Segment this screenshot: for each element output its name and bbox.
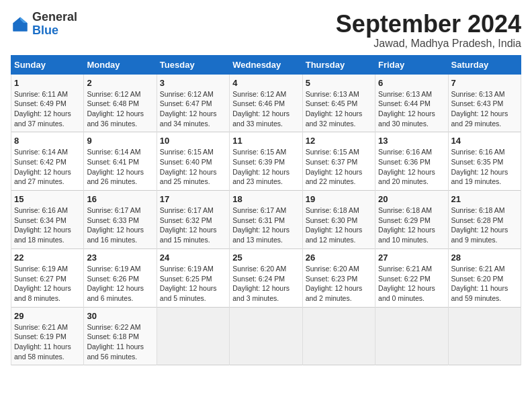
- day-number: 1: [14, 78, 81, 88]
- day-number: 13: [378, 136, 445, 146]
- day-detail: Sunrise: 6:13 AMSunset: 6:45 PMDaylight:…: [306, 89, 372, 129]
- day-number: 7: [451, 78, 518, 88]
- calendar-table: SundayMondayTuesdayWednesdayThursdayFrid…: [11, 55, 521, 366]
- day-detail: Sunrise: 6:15 AMSunset: 6:39 PMDaylight:…: [232, 147, 299, 187]
- day-detail: Sunrise: 6:16 AMSunset: 6:35 PMDaylight:…: [451, 147, 518, 187]
- day-cell: 9Sunrise: 6:14 AMSunset: 6:41 PMDaylight…: [84, 132, 157, 191]
- day-cell: 1Sunrise: 6:11 AMSunset: 6:49 PMDaylight…: [11, 74, 84, 132]
- day-detail: Sunrise: 6:21 AMSunset: 6:19 PMDaylight:…: [14, 322, 81, 362]
- day-cell: 19Sunrise: 6:18 AMSunset: 6:30 PMDayligh…: [302, 191, 375, 249]
- day-detail: Sunrise: 6:20 AMSunset: 6:24 PMDaylight:…: [232, 264, 299, 304]
- day-number: 11: [232, 136, 299, 146]
- day-cell: 27Sunrise: 6:21 AMSunset: 6:22 PMDayligh…: [375, 248, 448, 307]
- day-detail: Sunrise: 6:15 AMSunset: 6:37 PMDaylight:…: [306, 147, 372, 187]
- weekday-header-wednesday: Wednesday: [230, 55, 302, 74]
- day-number: 25: [232, 253, 299, 263]
- day-cell: 29Sunrise: 6:21 AMSunset: 6:19 PMDayligh…: [11, 307, 84, 365]
- day-cell: 23Sunrise: 6:19 AMSunset: 6:26 PMDayligh…: [84, 248, 157, 307]
- day-detail: Sunrise: 6:12 AMSunset: 6:46 PMDaylight:…: [232, 89, 299, 129]
- day-detail: Sunrise: 6:13 AMSunset: 6:43 PMDaylight:…: [451, 89, 518, 129]
- week-row-4: 22Sunrise: 6:19 AMSunset: 6:27 PMDayligh…: [11, 248, 521, 307]
- day-detail: Sunrise: 6:16 AMSunset: 6:36 PMDaylight:…: [378, 147, 445, 187]
- month-title: September 2024: [336, 11, 521, 38]
- day-cell: [157, 307, 229, 365]
- day-detail: Sunrise: 6:19 AMSunset: 6:27 PMDaylight:…: [14, 264, 81, 304]
- day-cell: 14Sunrise: 6:16 AMSunset: 6:35 PMDayligh…: [448, 132, 521, 191]
- day-detail: Sunrise: 6:17 AMSunset: 6:33 PMDaylight:…: [87, 205, 153, 245]
- day-number: 24: [160, 253, 226, 263]
- day-number: 22: [14, 253, 81, 263]
- day-detail: Sunrise: 6:21 AMSunset: 6:22 PMDaylight:…: [378, 264, 445, 304]
- day-number: 6: [378, 78, 445, 88]
- day-detail: Sunrise: 6:22 AMSunset: 6:18 PMDaylight:…: [87, 322, 153, 362]
- logo-text: General Blue: [32, 11, 77, 38]
- day-cell: 4Sunrise: 6:12 AMSunset: 6:46 PMDaylight…: [230, 74, 302, 132]
- week-row-2: 8Sunrise: 6:14 AMSunset: 6:42 PMDaylight…: [11, 132, 521, 191]
- day-detail: Sunrise: 6:15 AMSunset: 6:40 PMDaylight:…: [160, 147, 226, 187]
- day-cell: 26Sunrise: 6:20 AMSunset: 6:23 PMDayligh…: [302, 248, 375, 307]
- day-detail: Sunrise: 6:19 AMSunset: 6:25 PMDaylight:…: [160, 264, 226, 304]
- day-number: 16: [87, 194, 153, 204]
- location-title: Jawad, Madhya Pradesh, India: [336, 38, 521, 50]
- day-detail: Sunrise: 6:12 AMSunset: 6:47 PMDaylight:…: [160, 89, 226, 129]
- day-cell: [448, 307, 521, 365]
- logo: General Blue: [11, 11, 77, 38]
- day-cell: 13Sunrise: 6:16 AMSunset: 6:36 PMDayligh…: [375, 132, 448, 191]
- day-detail: Sunrise: 6:20 AMSunset: 6:23 PMDaylight:…: [306, 264, 372, 304]
- day-cell: 6Sunrise: 6:13 AMSunset: 6:44 PMDaylight…: [375, 74, 448, 132]
- weekday-header-sunday: Sunday: [11, 55, 84, 74]
- day-number: 17: [160, 194, 226, 204]
- day-detail: Sunrise: 6:19 AMSunset: 6:26 PMDaylight:…: [87, 264, 153, 304]
- day-number: 28: [451, 253, 518, 263]
- day-detail: Sunrise: 6:16 AMSunset: 6:34 PMDaylight:…: [14, 205, 81, 245]
- day-number: 27: [378, 253, 445, 263]
- weekday-header-row: SundayMondayTuesdayWednesdayThursdayFrid…: [11, 55, 521, 74]
- logo-blue: Blue: [32, 24, 58, 37]
- week-row-1: 1Sunrise: 6:11 AMSunset: 6:49 PMDaylight…: [11, 74, 521, 132]
- day-detail: Sunrise: 6:17 AMSunset: 6:32 PMDaylight:…: [160, 205, 226, 245]
- day-cell: 30Sunrise: 6:22 AMSunset: 6:18 PMDayligh…: [84, 307, 157, 365]
- day-cell: 22Sunrise: 6:19 AMSunset: 6:27 PMDayligh…: [11, 248, 84, 307]
- day-cell: [302, 307, 375, 365]
- day-number: 19: [306, 194, 372, 204]
- day-cell: 2Sunrise: 6:12 AMSunset: 6:48 PMDaylight…: [84, 74, 157, 132]
- day-detail: Sunrise: 6:18 AMSunset: 6:30 PMDaylight:…: [306, 205, 372, 245]
- day-cell: 24Sunrise: 6:19 AMSunset: 6:25 PMDayligh…: [157, 248, 229, 307]
- day-cell: 5Sunrise: 6:13 AMSunset: 6:45 PMDaylight…: [302, 74, 375, 132]
- day-number: 21: [451, 194, 518, 204]
- day-cell: 17Sunrise: 6:17 AMSunset: 6:32 PMDayligh…: [157, 191, 229, 249]
- week-row-5: 29Sunrise: 6:21 AMSunset: 6:19 PMDayligh…: [11, 307, 521, 365]
- day-detail: Sunrise: 6:14 AMSunset: 6:42 PMDaylight:…: [14, 147, 81, 187]
- day-number: 9: [87, 136, 153, 146]
- day-number: 8: [14, 136, 81, 146]
- day-number: 15: [14, 194, 81, 204]
- day-cell: 3Sunrise: 6:12 AMSunset: 6:47 PMDaylight…: [157, 74, 229, 132]
- day-number: 18: [232, 194, 299, 204]
- day-cell: 11Sunrise: 6:15 AMSunset: 6:39 PMDayligh…: [230, 132, 302, 191]
- day-cell: 10Sunrise: 6:15 AMSunset: 6:40 PMDayligh…: [157, 132, 229, 191]
- weekday-header-monday: Monday: [84, 55, 157, 74]
- weekday-header-friday: Friday: [375, 55, 448, 74]
- weekday-header-tuesday: Tuesday: [157, 55, 229, 74]
- title-area: September 2024 Jawad, Madhya Pradesh, In…: [336, 11, 521, 50]
- day-cell: 20Sunrise: 6:18 AMSunset: 6:29 PMDayligh…: [375, 191, 448, 249]
- day-cell: 8Sunrise: 6:14 AMSunset: 6:42 PMDaylight…: [11, 132, 84, 191]
- day-detail: Sunrise: 6:18 AMSunset: 6:28 PMDaylight:…: [451, 205, 518, 245]
- day-number: 30: [87, 311, 153, 321]
- day-number: 5: [306, 78, 372, 88]
- day-detail: Sunrise: 6:12 AMSunset: 6:48 PMDaylight:…: [87, 89, 153, 129]
- day-detail: Sunrise: 6:14 AMSunset: 6:41 PMDaylight:…: [87, 147, 153, 187]
- day-number: 29: [14, 311, 81, 321]
- day-cell: 21Sunrise: 6:18 AMSunset: 6:28 PMDayligh…: [448, 191, 521, 249]
- svg-rect-2: [13, 23, 28, 31]
- day-number: 20: [378, 194, 445, 204]
- day-detail: Sunrise: 6:17 AMSunset: 6:31 PMDaylight:…: [232, 205, 299, 245]
- day-cell: 12Sunrise: 6:15 AMSunset: 6:37 PMDayligh…: [302, 132, 375, 191]
- day-cell: 18Sunrise: 6:17 AMSunset: 6:31 PMDayligh…: [230, 191, 302, 249]
- day-number: 2: [87, 78, 153, 88]
- day-cell: 16Sunrise: 6:17 AMSunset: 6:33 PMDayligh…: [84, 191, 157, 249]
- week-row-3: 15Sunrise: 6:16 AMSunset: 6:34 PMDayligh…: [11, 191, 521, 249]
- day-number: 10: [160, 136, 226, 146]
- day-cell: 15Sunrise: 6:16 AMSunset: 6:34 PMDayligh…: [11, 191, 84, 249]
- day-cell: 7Sunrise: 6:13 AMSunset: 6:43 PMDaylight…: [448, 74, 521, 132]
